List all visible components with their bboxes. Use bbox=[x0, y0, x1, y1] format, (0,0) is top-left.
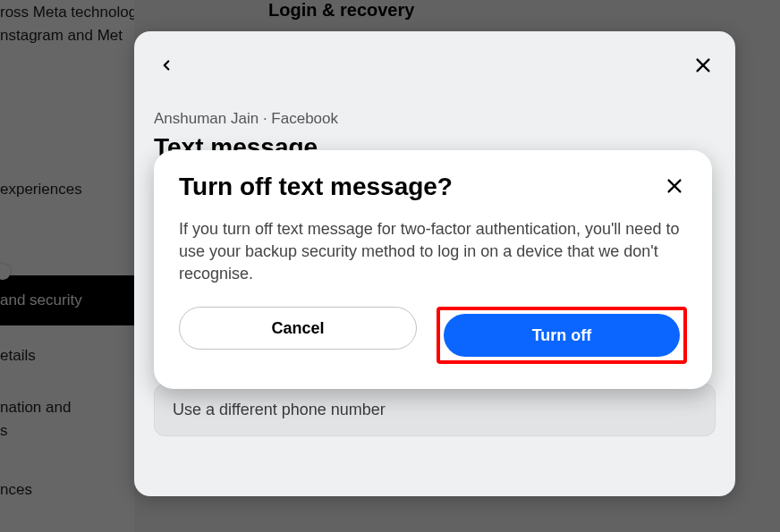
cancel-button[interactable]: Cancel bbox=[179, 307, 417, 350]
dialog-body-text: If you turn off text message for two-fac… bbox=[179, 218, 680, 286]
close-icon bbox=[665, 176, 684, 196]
dialog-title: Turn off text message? bbox=[179, 172, 453, 202]
turn-off-highlight: Turn off bbox=[437, 307, 687, 364]
dialog-close-button[interactable] bbox=[662, 173, 687, 198]
dialog-actions: Cancel Turn off bbox=[179, 307, 687, 364]
turn-off-button[interactable]: Turn off bbox=[444, 314, 680, 357]
confirm-dialog: Turn off text message? If you turn off t… bbox=[154, 150, 712, 389]
